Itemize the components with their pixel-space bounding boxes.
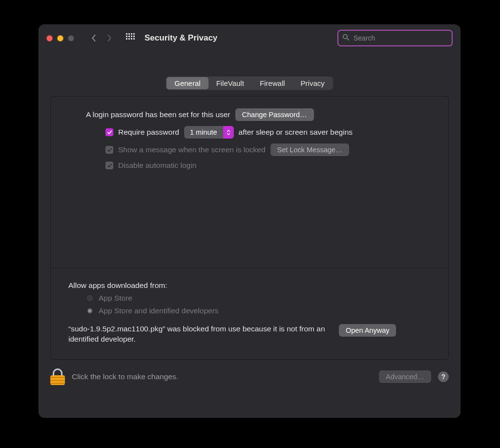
- svg-rect-9: [128, 38, 130, 40]
- change-password-button[interactable]: Change Password…: [235, 108, 314, 121]
- show-lock-message-checkbox[interactable]: [105, 146, 113, 154]
- close-window-button[interactable]: [46, 35, 53, 41]
- tab-bar: General FileVault Firewall Privacy: [166, 76, 333, 90]
- search-field[interactable]: [337, 30, 453, 46]
- search-input[interactable]: [353, 34, 448, 42]
- require-password-delay-select[interactable]: 1 minute: [184, 126, 234, 139]
- titlebar: Security & Privacy: [39, 24, 460, 52]
- preferences-window: Security & Privacy General FileVault Fir…: [39, 24, 460, 418]
- zoom-window-button[interactable]: [68, 35, 74, 41]
- tab-general[interactable]: General: [167, 77, 208, 89]
- svg-rect-5: [128, 36, 130, 37]
- svg-rect-2: [131, 33, 132, 35]
- svg-rect-8: [126, 38, 127, 40]
- svg-line-13: [347, 39, 349, 41]
- general-panel: A login password has been set for this u…: [50, 96, 449, 360]
- window-controls: [46, 35, 74, 41]
- chevron-up-down-icon: [223, 126, 234, 139]
- window-title: Security & Privacy: [145, 33, 217, 43]
- tab-filevault[interactable]: FileVault: [208, 77, 252, 89]
- show-lock-message-label: Show a message when the screen is locked: [118, 145, 266, 154]
- set-lock-message-button[interactable]: Set Lock Message…: [271, 143, 350, 156]
- svg-rect-3: [133, 33, 135, 35]
- forward-button[interactable]: [103, 31, 116, 45]
- svg-rect-0: [126, 33, 127, 35]
- require-password-label-left: Require password: [118, 128, 179, 137]
- lock-icon[interactable]: [50, 368, 65, 385]
- lock-hint-text: Click the lock to make changes.: [72, 372, 178, 381]
- allow-apps-header: Allow apps downloaded from:: [68, 281, 431, 290]
- help-button[interactable]: ?: [438, 371, 449, 382]
- svg-rect-6: [131, 36, 132, 37]
- back-button[interactable]: [87, 31, 101, 45]
- disable-auto-login-label: Disable automatic login: [118, 161, 196, 170]
- blocked-app-message: “sudo-1.9.5p2.mac1100.pkg” was blocked f…: [68, 324, 332, 345]
- minimize-window-button[interactable]: [57, 35, 63, 41]
- show-all-icon[interactable]: [126, 33, 135, 43]
- require-password-checkbox[interactable]: [105, 128, 113, 136]
- tab-firewall[interactable]: Firewall: [252, 77, 293, 89]
- require-password-label-right: after sleep or screen saver begins: [239, 128, 353, 137]
- svg-rect-4: [126, 36, 127, 37]
- advanced-button[interactable]: Advanced…: [379, 370, 431, 383]
- section-divider: [51, 268, 448, 268]
- allow-identified-developers-radio[interactable]: [86, 307, 94, 315]
- svg-rect-11: [133, 38, 135, 40]
- search-icon: [342, 34, 350, 42]
- require-password-delay-value: 1 minute: [184, 128, 223, 136]
- svg-rect-10: [131, 38, 132, 40]
- login-password-text: A login password has been set for this u…: [86, 110, 230, 119]
- svg-rect-7: [133, 36, 135, 37]
- allow-identified-developers-label: App Store and identified developers: [99, 306, 219, 315]
- footer: Click the lock to make changes. Advanced…: [50, 368, 449, 385]
- svg-rect-1: [128, 33, 130, 35]
- allow-app-store-radio[interactable]: [86, 294, 94, 302]
- allow-app-store-label: App Store: [99, 294, 132, 303]
- nav-arrows: [87, 31, 116, 45]
- disable-auto-login-checkbox[interactable]: [105, 162, 113, 169]
- tab-privacy[interactable]: Privacy: [293, 77, 333, 89]
- open-anyway-button[interactable]: Open Anyway: [339, 324, 396, 337]
